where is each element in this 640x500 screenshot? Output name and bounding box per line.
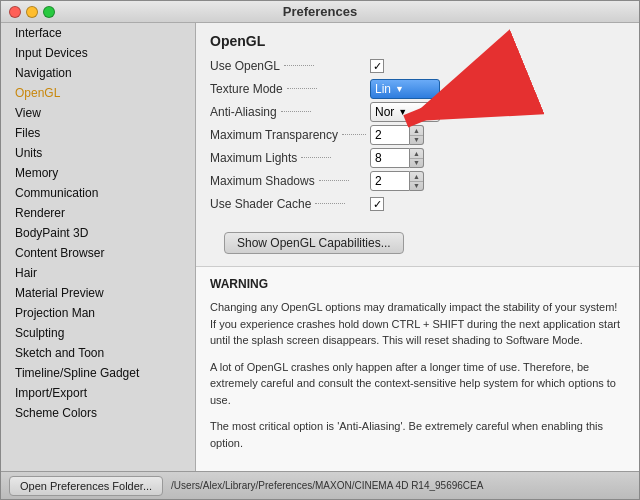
main-content: Interface Input Devices Navigation OpenG… [1,23,639,471]
max-lights-label: Maximum Lights [210,151,370,165]
sidebar-item-opengl[interactable]: OpenGL [1,83,195,103]
dotted-separator [281,111,311,112]
sidebar-item-projection-man[interactable]: Projection Man [1,303,195,323]
texture-mode-control[interactable]: Lin ▼ [370,79,440,99]
anti-aliasing-row: Anti-Aliasing Nor ▼ [210,101,625,123]
max-shadows-row: Maximum Shadows 2 ▲ ▼ [210,170,625,192]
max-transparency-row: Maximum Transparency 2 ▲ ▼ [210,124,625,146]
sidebar-item-sculpting[interactable]: Sculpting [1,323,195,343]
max-transparency-input[interactable]: 2 [370,125,410,145]
max-transparency-stepper[interactable]: ▲ ▼ [410,125,424,145]
max-lights-input[interactable]: 8 [370,148,410,168]
section-title: OpenGL [196,23,639,55]
dotted-separator [301,157,331,158]
sidebar: Interface Input Devices Navigation OpenG… [1,23,196,471]
texture-mode-select[interactable]: Lin ▼ [370,79,440,99]
maximize-button[interactable] [43,6,55,18]
sidebar-item-sketch-toon[interactable]: Sketch and Toon [1,343,195,363]
use-opengl-checkbox[interactable]: ✓ [370,59,384,73]
prefs-path: /Users/Alex/Library/Preferences/MAXON/CI… [171,480,631,491]
anti-aliasing-label: Anti-Aliasing [210,105,370,119]
sidebar-item-hair[interactable]: Hair [1,263,195,283]
dotted-separator [319,180,349,181]
sidebar-item-import-export[interactable]: Import/Export [1,383,195,403]
form-area: Use OpenGL ✓ Texture Mode [196,55,639,224]
sidebar-item-files[interactable]: Files [1,123,195,143]
stepper-down-icon[interactable]: ▼ [410,182,423,191]
shader-cache-row: Use Shader Cache ✓ [210,193,625,215]
sidebar-item-navigation[interactable]: Navigation [1,63,195,83]
sidebar-item-memory[interactable]: Memory [1,163,195,183]
content-area: OpenGL Use OpenGL ✓ [196,23,639,471]
dotted-separator [315,203,345,204]
minimize-button[interactable] [26,6,38,18]
sidebar-item-units[interactable]: Units [1,143,195,163]
stepper-up-icon[interactable]: ▲ [410,126,423,136]
stepper-up-icon[interactable]: ▲ [410,149,423,159]
dotted-separator [342,134,366,135]
max-transparency-label: Maximum Transparency [210,128,370,142]
content-wrapper: OpenGL Use OpenGL ✓ [196,23,639,471]
stepper-down-icon[interactable]: ▼ [410,136,423,145]
warning-paragraph-2: A lot of OpenGL crashes only happen afte… [210,359,625,409]
max-transparency-control: 2 ▲ ▼ [370,125,424,145]
anti-aliasing-select[interactable]: Nor ▼ [370,102,440,122]
sidebar-item-material-preview[interactable]: Material Preview [1,283,195,303]
max-shadows-stepper[interactable]: ▲ ▼ [410,171,424,191]
show-btn-wrapper: Show OpenGL Capabilities... [196,224,639,266]
sidebar-item-renderer[interactable]: Renderer [1,203,195,223]
use-opengl-control: ✓ [370,59,384,73]
sidebar-item-view[interactable]: View [1,103,195,123]
max-shadows-label: Maximum Shadows [210,174,370,188]
warning-paragraph-1: Changing any OpenGL options may dramatic… [210,299,625,349]
shader-cache-label: Use Shader Cache [210,197,370,211]
sidebar-item-bodypaint[interactable]: BodyPaint 3D [1,223,195,243]
sidebar-item-scheme-colors[interactable]: Scheme Colors [1,403,195,423]
window-title: Preferences [283,4,357,19]
max-lights-row: Maximum Lights 8 ▲ ▼ [210,147,625,169]
max-lights-stepper[interactable]: ▲ ▼ [410,148,424,168]
chevron-down-icon: ▼ [398,107,407,117]
window-controls [9,6,55,18]
dotted-separator [287,88,317,89]
max-lights-control: 8 ▲ ▼ [370,148,424,168]
texture-mode-label: Texture Mode [210,82,370,96]
preferences-window: Preferences Interface Input Devices Navi… [0,0,640,500]
dotted-separator [284,65,314,66]
close-button[interactable] [9,6,21,18]
sidebar-item-interface[interactable]: Interface [1,23,195,43]
max-shadows-control: 2 ▲ ▼ [370,171,424,191]
max-shadows-input[interactable]: 2 [370,171,410,191]
stepper-down-icon[interactable]: ▼ [410,159,423,168]
shader-cache-checkbox[interactable]: ✓ [370,197,384,211]
shader-cache-control: ✓ [370,197,384,211]
use-opengl-row: Use OpenGL ✓ [210,55,625,77]
chevron-down-icon: ▼ [395,84,404,94]
sidebar-item-timeline[interactable]: Timeline/Spline Gadget [1,363,195,383]
anti-aliasing-control[interactable]: Nor ▼ [370,102,440,122]
show-opengl-button[interactable]: Show OpenGL Capabilities... [224,232,404,254]
sidebar-item-communication[interactable]: Communication [1,183,195,203]
open-prefs-folder-button[interactable]: Open Preferences Folder... [9,476,163,496]
sidebar-item-content-browser[interactable]: Content Browser [1,243,195,263]
sidebar-item-input-devices[interactable]: Input Devices [1,43,195,63]
footer: Open Preferences Folder... /Users/Alex/L… [1,471,639,499]
texture-mode-row: Texture Mode Lin ▼ [210,78,625,100]
warning-section: WARNING Changing any OpenGL options may … [196,266,639,471]
warning-paragraph-3: The most critical option is 'Anti-Aliasi… [210,418,625,451]
title-bar: Preferences [1,1,639,23]
use-opengl-label: Use OpenGL [210,59,370,73]
warning-title: WARNING [210,277,625,291]
stepper-up-icon[interactable]: ▲ [410,172,423,182]
